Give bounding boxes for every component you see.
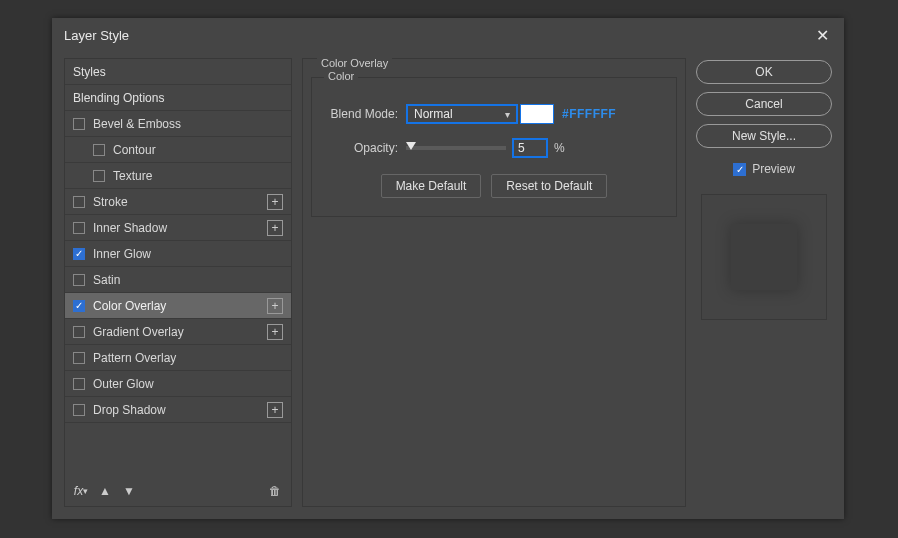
checkbox-icon[interactable]: [73, 300, 85, 312]
preview-sample: [731, 224, 797, 290]
opacity-unit: %: [554, 141, 565, 155]
sidebar-header-blending[interactable]: Blending Options: [65, 85, 291, 111]
blend-mode-select[interactable]: Normal ▾: [406, 104, 518, 124]
blend-mode-label: Blend Mode:: [324, 107, 406, 121]
color-group: Color Blend Mode: Normal ▾ #FFFFFF Opaci…: [311, 77, 677, 217]
sidebar-item-bevel-emboss[interactable]: Bevel & Emboss: [65, 111, 291, 137]
sidebar-item-gradient-overlay[interactable]: Gradient Overlay +: [65, 319, 291, 345]
checkbox-icon[interactable]: [733, 163, 746, 176]
sidebar-item-inner-glow[interactable]: Inner Glow: [65, 241, 291, 267]
layer-style-dialog: Layer Style ✕ Styles Blending Options Be…: [52, 18, 844, 519]
checkbox-icon[interactable]: [73, 352, 85, 364]
reset-default-button[interactable]: Reset to Default: [491, 174, 607, 198]
color-swatch[interactable]: [520, 104, 554, 124]
preview-box: [701, 194, 827, 320]
checkbox-icon[interactable]: [73, 118, 85, 130]
plus-icon[interactable]: +: [267, 324, 283, 340]
default-buttons-row: Make Default Reset to Default: [324, 174, 664, 198]
color-subtitle: Color: [324, 70, 358, 82]
checkbox-icon[interactable]: [73, 196, 85, 208]
sidebar-item-outer-glow[interactable]: Outer Glow: [65, 371, 291, 397]
ok-button[interactable]: OK: [696, 60, 832, 84]
sidebar-item-drop-shadow[interactable]: Drop Shadow +: [65, 397, 291, 423]
hex-display: #FFFFFF: [562, 107, 616, 121]
titlebar: Layer Style ✕: [52, 18, 844, 52]
sidebar-item-inner-shadow[interactable]: Inner Shadow +: [65, 215, 291, 241]
chevron-down-icon: ▾: [505, 109, 510, 120]
opacity-label: Opacity:: [324, 141, 406, 155]
plus-icon[interactable]: +: [267, 402, 283, 418]
fx-icon[interactable]: fx▾: [73, 483, 89, 499]
checkbox-icon[interactable]: [93, 170, 105, 182]
arrow-up-icon[interactable]: ▲: [97, 483, 113, 499]
plus-icon[interactable]: +: [267, 298, 283, 314]
new-style-button[interactable]: New Style...: [696, 124, 832, 148]
sidebar-item-stroke[interactable]: Stroke +: [65, 189, 291, 215]
styles-sidebar: Styles Blending Options Bevel & Emboss C…: [64, 58, 292, 507]
sidebar-header-styles[interactable]: Styles: [65, 59, 291, 85]
arrow-down-icon[interactable]: ▼: [121, 483, 137, 499]
cancel-button[interactable]: Cancel: [696, 92, 832, 116]
checkbox-icon[interactable]: [73, 378, 85, 390]
checkbox-icon[interactable]: [73, 326, 85, 338]
trash-icon[interactable]: 🗑: [267, 483, 283, 499]
opacity-row: Opacity: %: [324, 136, 664, 160]
blend-mode-value: Normal: [414, 107, 453, 121]
sidebar-item-satin[interactable]: Satin: [65, 267, 291, 293]
checkbox-icon[interactable]: [73, 404, 85, 416]
checkbox-icon[interactable]: [73, 222, 85, 234]
sidebar-footer: fx▾ ▲ ▼ 🗑: [65, 476, 291, 506]
sidebar-item-pattern-overlay[interactable]: Pattern Overlay: [65, 345, 291, 371]
center-panel: Color Overlay Color Blend Mode: Normal ▾…: [302, 58, 686, 507]
opacity-input[interactable]: [512, 138, 548, 158]
preview-label: Preview: [752, 162, 795, 176]
plus-icon[interactable]: +: [267, 194, 283, 210]
blend-mode-row: Blend Mode: Normal ▾ #FFFFFF: [324, 102, 664, 126]
right-panel: OK Cancel New Style... Preview: [696, 58, 832, 507]
checkbox-icon[interactable]: [73, 274, 85, 286]
dialog-title: Layer Style: [64, 28, 812, 43]
make-default-button[interactable]: Make Default: [381, 174, 482, 198]
group-title: Color Overlay: [317, 57, 392, 69]
plus-icon[interactable]: +: [267, 220, 283, 236]
checkbox-icon[interactable]: [93, 144, 105, 156]
slider-knob-icon[interactable]: [406, 142, 416, 150]
sidebar-item-texture[interactable]: Texture: [65, 163, 291, 189]
checkbox-icon[interactable]: [73, 248, 85, 260]
sidebar-item-color-overlay[interactable]: Color Overlay +: [65, 293, 291, 319]
sidebar-item-contour[interactable]: Contour: [65, 137, 291, 163]
close-icon[interactable]: ✕: [812, 25, 832, 45]
opacity-slider[interactable]: [406, 146, 506, 150]
preview-toggle[interactable]: Preview: [696, 162, 832, 176]
